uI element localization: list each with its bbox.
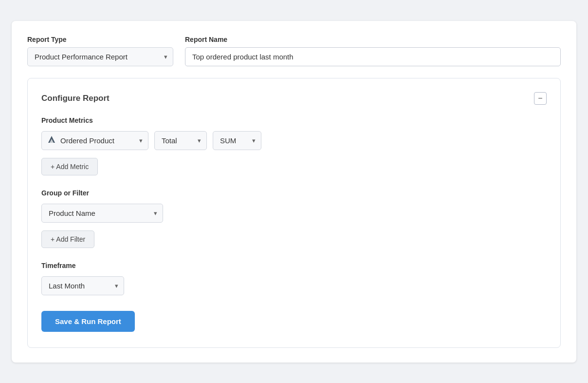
- metric-type-select[interactable]: Ordered Product Shipped Product Returned…: [41, 131, 148, 150]
- add-filter-button[interactable]: + Add Filter: [41, 230, 94, 248]
- product-metrics-label: Product Metrics: [41, 116, 547, 124]
- report-name-group: Report Name: [185, 36, 561, 66]
- add-metric-button[interactable]: + Add Metric: [41, 158, 98, 175]
- aggregate-select-wrapper: Total Average Count ▾: [154, 131, 207, 150]
- function-select[interactable]: SUM AVG MIN MAX: [213, 131, 261, 150]
- metrics-row: Ordered Product Shipped Product Returned…: [41, 131, 547, 150]
- report-type-label: Report Type: [27, 36, 173, 43]
- configure-section: Configure Report − Product Metrics Order…: [27, 78, 561, 348]
- report-type-group: Report Type Product Performance Report S…: [27, 36, 173, 66]
- report-name-label: Report Name: [185, 36, 561, 43]
- filter-select-row: Product Name Category Brand SKU ▾: [41, 204, 547, 223]
- aggregate-select[interactable]: Total Average Count: [154, 131, 207, 150]
- group-filter-section: Group or Filter Product Name Category Br…: [41, 189, 547, 248]
- page-container: Report Type Product Performance Report S…: [12, 21, 576, 363]
- timeframe-select-wrapper: Last Month Last Week Last Quarter Last Y…: [41, 276, 124, 295]
- report-name-input[interactable]: [185, 47, 561, 66]
- save-run-button[interactable]: Save & Run Report: [41, 311, 135, 332]
- report-type-select-wrapper: Product Performance Report Sales Report …: [27, 47, 173, 66]
- group-filter-label: Group or Filter: [41, 189, 547, 197]
- top-section: Report Type Product Performance Report S…: [27, 36, 561, 66]
- report-type-select[interactable]: Product Performance Report Sales Report …: [27, 47, 173, 66]
- function-select-wrapper: SUM AVG MIN MAX ▾: [213, 131, 261, 150]
- product-metrics-section: Product Metrics Ordered Product Shipped …: [41, 116, 547, 175]
- timeframe-section: Timeframe Last Month Last Week Last Quar…: [41, 262, 547, 295]
- filter-select[interactable]: Product Name Category Brand SKU: [41, 204, 163, 223]
- timeframe-label: Timeframe: [41, 262, 547, 269]
- filter-select-wrapper: Product Name Category Brand SKU ▾: [41, 204, 163, 223]
- collapse-button[interactable]: −: [534, 92, 547, 105]
- timeframe-select[interactable]: Last Month Last Week Last Quarter Last Y…: [41, 276, 124, 295]
- metric-select-wrapper: Ordered Product Shipped Product Returned…: [41, 131, 148, 150]
- configure-title: Configure Report: [41, 94, 110, 103]
- configure-header: Configure Report −: [41, 92, 547, 105]
